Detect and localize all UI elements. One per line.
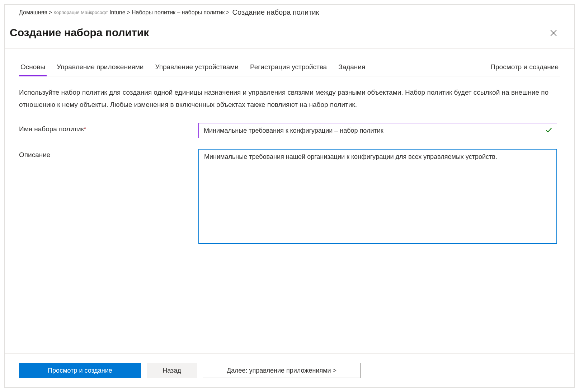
- wizard-footer: Просмотр и создание Назад Далее: управле…: [5, 353, 574, 387]
- policyset-description-label: Описание: [19, 149, 198, 159]
- breadcrumb-separator: >: [127, 9, 130, 16]
- validation-check-icon: [545, 126, 553, 135]
- breadcrumb-separator: >: [226, 9, 229, 16]
- policyset-name-label-text: Имя набора политик: [19, 125, 84, 133]
- checkmark-icon: [545, 126, 553, 134]
- policyset-name-label: Имя набора политик*: [19, 123, 198, 133]
- required-indicator: *: [84, 126, 86, 132]
- wizard-tabs: Основы Управление приложениями Управлени…: [19, 63, 560, 76]
- close-button[interactable]: [547, 27, 560, 41]
- breadcrumb-current: Создание набора политик: [232, 8, 319, 16]
- policyset-description-input[interactable]: [198, 149, 557, 244]
- tab-device-enrollment[interactable]: Регистрация устройства: [249, 63, 328, 76]
- tab-assignments[interactable]: Задания: [337, 63, 367, 76]
- tab-app-management[interactable]: Управление приложениями: [55, 63, 145, 76]
- next-button[interactable]: Далее: управление приложениями >: [203, 363, 361, 378]
- breadcrumb-item-home[interactable]: Домашняя: [19, 9, 47, 16]
- intro-description: Используйте набор политик для создания о…: [19, 86, 550, 111]
- close-icon: [549, 29, 558, 37]
- breadcrumb: Домашняя > Корпорация Майкрософт Intune …: [5, 5, 574, 20]
- tab-basics[interactable]: Основы: [19, 63, 47, 76]
- tab-review-create[interactable]: Просмотр и создание: [489, 63, 560, 76]
- page-title: Создание набора политик: [10, 27, 149, 39]
- back-button[interactable]: Назад: [147, 363, 197, 378]
- breadcrumb-separator: >: [49, 9, 52, 16]
- review-create-button[interactable]: Просмотр и создание: [19, 363, 141, 378]
- breadcrumb-item-org[interactable]: Корпорация Майкрософт: [53, 10, 108, 15]
- tab-device-management[interactable]: Управление устройствами: [154, 63, 240, 76]
- breadcrumb-item-policysets[interactable]: Наборы политик – наборы политик: [132, 9, 225, 16]
- breadcrumb-item-intune[interactable]: Intune: [109, 9, 125, 16]
- policyset-name-input[interactable]: [198, 123, 557, 138]
